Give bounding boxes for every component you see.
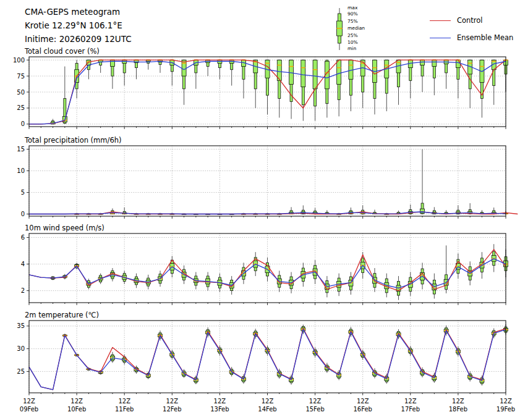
svg-text:12Z: 12Z bbox=[118, 398, 130, 405]
panel-3: 253035 bbox=[17, 321, 508, 395]
svg-text:12Z: 12Z bbox=[262, 398, 274, 405]
svg-text:13Feb: 13Feb bbox=[210, 406, 229, 413]
svg-text:10: 10 bbox=[17, 167, 25, 174]
svg-text:12Z: 12Z bbox=[70, 398, 83, 405]
svg-text:12Z: 12Z bbox=[214, 398, 226, 405]
panel-2: 246 bbox=[21, 233, 508, 305]
svg-text:0: 0 bbox=[21, 120, 25, 127]
svg-text:12Z: 12Z bbox=[357, 398, 369, 405]
svg-text:19Feb: 19Feb bbox=[497, 406, 515, 413]
svg-text:15Feb: 15Feb bbox=[305, 406, 324, 413]
svg-text:10Feb: 10Feb bbox=[67, 406, 86, 413]
svg-text:100: 100 bbox=[13, 57, 25, 64]
svg-text:12Z: 12Z bbox=[404, 398, 417, 405]
svg-text:4: 4 bbox=[21, 261, 25, 267]
meteogram-chart: 025507510005101524625303512Z09Feb12Z10Fe… bbox=[0, 0, 520, 420]
svg-text:15: 15 bbox=[17, 146, 25, 153]
svg-text:18Feb: 18Feb bbox=[449, 406, 467, 413]
svg-text:5: 5 bbox=[21, 189, 25, 196]
svg-text:75: 75 bbox=[17, 73, 25, 80]
svg-text:12Z: 12Z bbox=[452, 398, 464, 405]
svg-text:50: 50 bbox=[17, 89, 25, 96]
svg-text:30: 30 bbox=[17, 345, 25, 352]
svg-text:2: 2 bbox=[21, 287, 25, 294]
svg-text:17Feb: 17Feb bbox=[401, 406, 420, 413]
svg-text:0: 0 bbox=[21, 211, 25, 217]
panel-0: 0255075100 bbox=[13, 57, 508, 129]
panel-1: 051015 bbox=[17, 146, 518, 219]
svg-text:09Feb: 09Feb bbox=[20, 406, 38, 413]
svg-text:12Z: 12Z bbox=[166, 398, 179, 405]
svg-text:6: 6 bbox=[21, 234, 25, 241]
svg-text:35: 35 bbox=[17, 322, 25, 329]
svg-text:25: 25 bbox=[17, 368, 25, 375]
svg-text:12Z: 12Z bbox=[23, 398, 35, 405]
svg-text:14Feb: 14Feb bbox=[258, 406, 276, 413]
svg-text:11Feb: 11Feb bbox=[115, 406, 134, 413]
svg-text:12Z: 12Z bbox=[500, 398, 512, 405]
svg-text:12Z: 12Z bbox=[309, 398, 322, 405]
svg-text:25: 25 bbox=[17, 104, 25, 111]
svg-text:12Feb: 12Feb bbox=[163, 406, 181, 413]
svg-text:16Feb: 16Feb bbox=[353, 406, 372, 413]
